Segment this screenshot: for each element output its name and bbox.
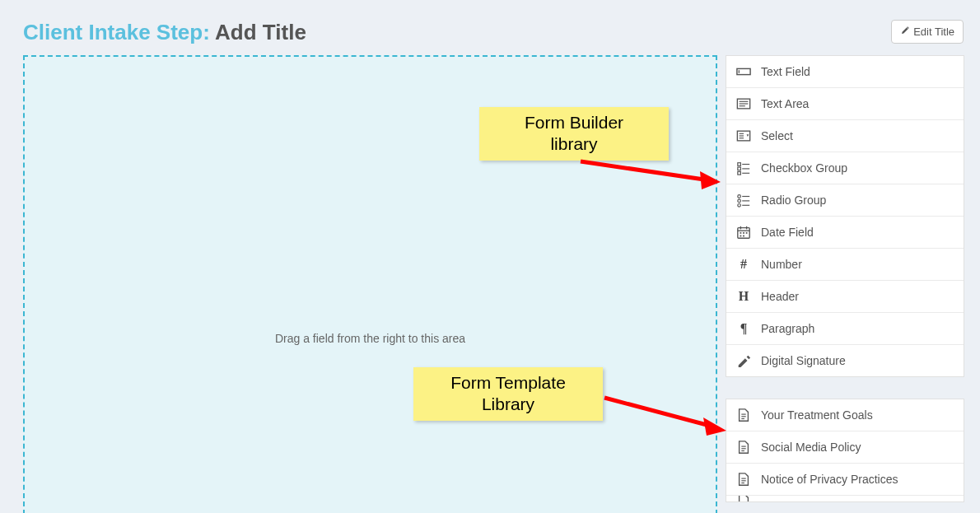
field-label: Date Field [761, 226, 814, 239]
field-label: Select [761, 129, 793, 142]
title-prefix: Client Intake Step: [23, 20, 210, 44]
svg-rect-11 [738, 163, 741, 166]
number-icon: # [736, 257, 751, 272]
form-template-library: Your Treatment Goals Social Media Policy… [726, 399, 964, 502]
field-select[interactable]: Select [726, 119, 964, 152]
edit-icon [900, 26, 910, 38]
field-label: Checkbox Group [761, 161, 847, 175]
title-value: Add Title [215, 20, 306, 44]
field-number[interactable]: # Number [726, 248, 964, 280]
field-radio-group[interactable]: Radio Group [726, 184, 964, 216]
field-text-field[interactable]: Text Field [726, 56, 964, 87]
svg-point-19 [738, 199, 741, 203]
template-treatment-goals[interactable]: Your Treatment Goals [726, 399, 964, 431]
field-digital-signature[interactable]: Digital Signature [726, 344, 964, 376]
signature-icon [736, 353, 751, 368]
annotation-form-builder: Form Builder library [479, 107, 669, 161]
document-icon [736, 472, 751, 487]
svg-point-17 [738, 195, 741, 198]
field-label: Radio Group [761, 194, 826, 207]
svg-point-21 [738, 204, 741, 208]
template-row-peek[interactable] [726, 495, 964, 501]
document-icon [736, 497, 751, 502]
svg-rect-31 [743, 236, 744, 237]
svg-rect-13 [738, 167, 741, 170]
field-label: Number [761, 258, 802, 271]
page-title: Client Intake Step: Add Title [23, 20, 306, 45]
svg-marker-10 [747, 134, 749, 137]
field-text-area[interactable]: Text Area [726, 87, 964, 119]
annotation-form-template: Form Template Library [413, 367, 603, 421]
header-icon: H [736, 289, 751, 304]
field-label: Digital Signature [761, 354, 846, 367]
template-label: Your Treatment Goals [761, 408, 873, 422]
form-builder-library: Text Field Text Area Select [726, 55, 964, 377]
svg-rect-1 [739, 70, 740, 73]
text-field-icon [736, 64, 751, 79]
field-date[interactable]: Date Field [726, 216, 964, 248]
radio-group-icon [736, 193, 751, 208]
field-checkbox-group[interactable]: Checkbox Group [726, 152, 964, 184]
date-field-icon [736, 225, 751, 240]
svg-rect-30 [740, 236, 742, 237]
field-label: Header [761, 290, 799, 303]
svg-rect-15 [738, 172, 741, 175]
template-label: Notice of Privacy Practices [761, 473, 898, 486]
field-header[interactable]: H Header [726, 280, 964, 312]
field-label: Text Area [761, 97, 809, 110]
template-label: Social Media Policy [761, 441, 861, 454]
edit-title-label: Edit Title [913, 26, 954, 38]
field-paragraph[interactable]: ¶ Paragraph [726, 312, 964, 344]
document-icon [736, 440, 751, 455]
edit-title-button[interactable]: Edit Title [891, 20, 964, 44]
template-privacy-practices[interactable]: Notice of Privacy Practices [726, 463, 964, 495]
field-label: Paragraph [761, 322, 814, 335]
svg-rect-29 [746, 232, 748, 234]
svg-rect-28 [743, 232, 744, 234]
checkbox-group-icon [736, 161, 751, 175]
select-icon [736, 128, 751, 143]
canvas-empty-text: Drag a field from the right to this area [25, 332, 716, 345]
field-label: Text Field [761, 65, 810, 78]
template-social-media-policy[interactable]: Social Media Policy [726, 431, 964, 463]
svg-rect-27 [740, 232, 742, 234]
text-area-icon [736, 96, 751, 111]
document-icon [736, 408, 751, 422]
paragraph-icon: ¶ [736, 321, 751, 336]
